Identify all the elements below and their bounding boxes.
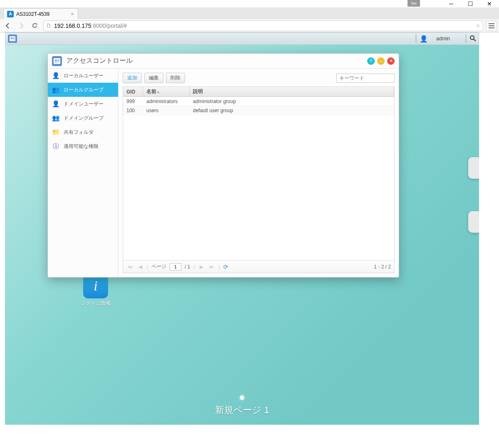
desktop-page-title: 新規ページ 1 bbox=[5, 404, 479, 416]
grid-pager: ⏮ ◀ | ページ / 1 | ▶ ⏭ | ⟳ 1 - 2 / 2 bbox=[123, 260, 394, 273]
browser-tab[interactable]: A AS3102T-4539 × bbox=[3, 8, 78, 19]
svg-rect-9 bbox=[57, 61, 59, 61]
svg-point-4 bbox=[470, 36, 474, 39]
arrow-right-icon bbox=[18, 22, 25, 29]
sidebar-item-label: ドメインユーザー bbox=[64, 101, 104, 108]
column-header-name[interactable]: 名前 bbox=[143, 87, 190, 96]
page-icon: 🗋 bbox=[46, 22, 52, 29]
back-button[interactable] bbox=[2, 20, 14, 32]
contacts-icon bbox=[10, 36, 15, 41]
sidebar-item-label: ドメイングループ bbox=[64, 115, 104, 122]
cell-name: users bbox=[143, 108, 190, 113]
modal-sidebar: 👤 ローカルユーザー 👥 ローカルグループ 👤 ドメインユーザー 👥 ドメイング… bbox=[48, 69, 119, 277]
sidebar-item-label: 適用可能な権限 bbox=[64, 143, 99, 150]
pager-info: 1 - 2 / 2 bbox=[374, 264, 391, 270]
hamburger-icon bbox=[489, 23, 494, 28]
desktop-icon-label: システム情報 bbox=[79, 300, 112, 307]
gutter-left bbox=[0, 32, 5, 448]
sidebar-item-domain-users[interactable]: 👤 ドメインユーザー bbox=[48, 97, 118, 111]
search-input[interactable] bbox=[336, 74, 395, 83]
info-icon: i bbox=[94, 278, 97, 294]
sidebar-item-label: 共有フォルダ bbox=[64, 129, 94, 136]
sidebar-item-app-permissions[interactable]: Ⓐ 適用可能な権限 bbox=[48, 139, 118, 153]
column-header-desc[interactable]: 説明 bbox=[190, 87, 394, 96]
remove-button[interactable]: 削除 bbox=[166, 73, 185, 83]
svg-rect-8 bbox=[57, 59, 59, 60]
portal-username[interactable]: admin bbox=[436, 36, 450, 42]
desktop-icon-sysinfo[interactable]: i システム情報 bbox=[79, 273, 112, 307]
desktop-icon-partial[interactable] bbox=[468, 211, 479, 233]
window-maximize-button[interactable]: ☐ bbox=[461, 0, 480, 7]
address-bar[interactable]: 🗋 192.168.0.175:8000/portal/# ☆ bbox=[43, 20, 483, 31]
user-icon: 👤 bbox=[420, 35, 428, 43]
sidebar-item-shared-folders[interactable]: 📁 共有フォルダ bbox=[48, 125, 118, 139]
modal-app-icon bbox=[52, 56, 62, 66]
favicon-icon: A bbox=[7, 11, 14, 17]
sidebar-item-domain-groups[interactable]: 👥 ドメイングループ bbox=[48, 111, 118, 125]
edit-button[interactable]: 編集 bbox=[144, 73, 163, 83]
pager-first-button[interactable]: ⏮ bbox=[126, 264, 134, 270]
sidebar-item-label: ローカルユーザー bbox=[64, 72, 104, 79]
svg-point-7 bbox=[55, 59, 57, 61]
badge-icon: Ⓐ bbox=[52, 143, 59, 150]
reload-icon bbox=[32, 22, 38, 29]
modal-help-button[interactable]: ? bbox=[367, 57, 375, 65]
tab-close-button[interactable]: × bbox=[69, 11, 75, 17]
user-icon: 👤 bbox=[52, 100, 59, 108]
separator bbox=[416, 34, 416, 43]
portal-search-button[interactable] bbox=[469, 35, 476, 43]
add-button[interactable]: 追加 bbox=[123, 73, 142, 83]
portal-topbar: 👤 admin bbox=[5, 32, 479, 45]
modal-content: 追加 編集 削除 GID 名前 説明 999 administrators ad… bbox=[119, 69, 399, 277]
cell-name: administrators bbox=[143, 98, 190, 104]
reload-button[interactable] bbox=[28, 20, 41, 32]
bookmark-star-icon[interactable]: ☆ bbox=[476, 23, 480, 29]
pager-page-label: ページ bbox=[151, 263, 166, 270]
pager-refresh-button[interactable]: ⟳ bbox=[223, 263, 228, 270]
arrow-left-icon bbox=[5, 22, 11, 29]
window-close-button[interactable]: ✕ bbox=[480, 0, 499, 7]
search-icon bbox=[469, 35, 476, 42]
pager-last-button[interactable]: ⏭ bbox=[208, 264, 215, 270]
groups-grid: GID 名前 説明 999 administrators administrat… bbox=[123, 86, 395, 273]
browser-toolbar: 🗋 192.168.0.175:8000/portal/# ☆ bbox=[0, 19, 499, 32]
browser-tabstrip: A AS3102T-4539 × bbox=[0, 7, 499, 19]
sidebar-item-local-groups[interactable]: 👥 ローカルグループ bbox=[48, 83, 118, 97]
toolbar: 追加 編集 削除 bbox=[123, 73, 395, 83]
desktop-icon-partial[interactable] bbox=[468, 157, 479, 179]
cell-desc: administrator group bbox=[190, 98, 394, 104]
window-minimize-button[interactable]: ─ bbox=[442, 0, 461, 7]
modal-title: アクセスコントロール bbox=[66, 57, 367, 65]
gutter-bottom bbox=[0, 425, 499, 448]
pager-page-input[interactable] bbox=[170, 263, 181, 271]
gutter-right bbox=[479, 32, 499, 448]
window-titlebar: Sei ─ ☐ ✕ bbox=[0, 0, 499, 7]
pager-total: / 1 bbox=[185, 264, 190, 270]
access-control-window: アクセスコントロール ? ─ ✕ 👤 ローカルユーザー 👥 ローカルグループ 👤… bbox=[47, 53, 399, 278]
portal-app-icon[interactable] bbox=[8, 34, 17, 43]
table-row[interactable]: 100 users default user group bbox=[123, 106, 394, 115]
modal-titlebar[interactable]: アクセスコントロール ? ─ ✕ bbox=[48, 54, 399, 69]
modal-minimize-button[interactable]: ─ bbox=[377, 57, 385, 65]
modal-close-button[interactable]: ✕ bbox=[387, 57, 395, 65]
svg-line-5 bbox=[474, 39, 476, 41]
cell-gid: 999 bbox=[123, 98, 143, 104]
svg-point-1 bbox=[11, 37, 12, 39]
pager-dot[interactable] bbox=[240, 396, 244, 400]
sidebar-item-local-users[interactable]: 👤 ローカルユーザー bbox=[48, 69, 118, 83]
url-text: 192.168.0.175:8000/portal/# bbox=[54, 22, 473, 29]
forward-button[interactable] bbox=[15, 20, 27, 32]
table-row[interactable]: 999 administrators administrator group bbox=[123, 97, 394, 106]
users-icon: 👥 bbox=[52, 114, 59, 122]
win-badge: Sei bbox=[408, 0, 420, 7]
folder-icon: 📁 bbox=[52, 128, 59, 136]
column-header-gid[interactable]: GID bbox=[123, 87, 143, 96]
cell-desc: default user group bbox=[190, 108, 394, 113]
pager-next-button[interactable]: ▶ bbox=[198, 264, 205, 270]
pager-prev-button[interactable]: ◀ bbox=[137, 264, 143, 270]
users-icon: 👥 bbox=[52, 86, 59, 94]
sidebar-item-label: ローカルグループ bbox=[64, 86, 104, 94]
tab-title: AS3102T-4539 bbox=[16, 11, 49, 17]
contacts-icon bbox=[54, 58, 60, 64]
browser-menu-button[interactable] bbox=[486, 20, 497, 31]
